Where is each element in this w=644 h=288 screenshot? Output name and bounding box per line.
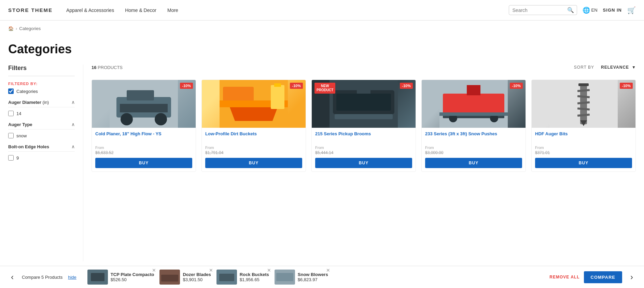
auger-diameter-title: Auger Diameter (in) [8,100,49,105]
sidebar: Filters FILTERED BY: Categories Auger Di… [8,65,83,261]
cart-icon[interactable]: 🛒 [627,6,636,14]
price-from-hdf-auger: From [535,146,550,150]
filters-title: Filters [8,65,75,76]
price-row-dirt-buckets: From $1,791.04 [205,146,302,155]
original-price-pickup-brooms: $5,444.14 [315,150,333,155]
page-title-section: Categories [0,37,644,65]
svg-rect-10 [271,85,284,109]
product-name-snow-pushes: 233 Series (3ft x 3ft) Snow Pushes [425,131,522,143]
discount-badge-snow-pushes: -10% [510,83,523,89]
product-card-hdf-auger[interactable]: -10% HDF Auger Bits [531,80,636,172]
discount-badge-hdf-auger: -10% [620,83,633,89]
original-price-dirt-buckets: $1,791.04 [205,150,223,155]
price-from-cold-planer: From [95,146,113,150]
bolt-9-checkbox[interactable] [8,155,14,161]
discount-badge-pickup-brooms: -10% [400,83,413,89]
auger-diameter-section: Auger Diameter (in) ∧ 14 [8,99,75,116]
count-number: 16 [92,65,96,70]
product-card-cold-planer[interactable]: -10% Cold Planer, 18" High Flow - YS [92,80,196,172]
price-from-snow-pushes: From [425,146,443,150]
buy-button-dirt-buckets[interactable]: BUY [205,158,302,168]
bolt-on-title: Bolt-on Edge Holes [8,144,49,149]
compare-remove-tcp[interactable]: ✕ [152,268,156,270]
bolt-on-header[interactable]: Bolt-on Edge Holes ∧ [8,144,75,152]
search-icon[interactable]: 🔍 [567,7,574,13]
compare-remove-rock[interactable]: ✕ [267,268,271,270]
sort-dropdown[interactable]: SORT BY RELEVANCE ▼ [574,65,636,70]
breadcrumb-current: Categories [19,26,41,31]
product-info-dirt-buckets: Low-Profile Dirt Buckets From $1,791.04 … [202,128,306,172]
categories-filter-label: Categories [16,89,38,94]
main-layout: Filters FILTERED BY: Categories Auger Di… [0,65,644,270]
buy-button-snow-pushes[interactable]: BUY [425,158,522,168]
sign-in-button[interactable]: SIGN IN [603,8,622,13]
price-row-hdf-auger: From $371.01 [535,146,632,155]
price-row-cold-planer: From $6,633.52 [95,146,192,155]
header-right: 🔍 🌐 EN SIGN IN 🛒 [509,5,636,15]
sort-by-label: SORT BY [574,65,594,70]
nav-more[interactable]: More [167,8,178,13]
original-price-cold-planer: $6,633.52 [95,150,113,155]
nav-home-decor[interactable]: Home & Decor [125,8,156,13]
auger-diameter-chevron: ∧ [71,99,75,105]
product-card-snow-pushes[interactable]: -10% 233 Series (3ft x 3ft) Snow Pushes [421,80,526,172]
bolt-9-label: 9 [16,155,19,161]
svg-rect-2 [127,90,154,100]
svg-rect-5 [120,104,168,112]
auger-snow-label: snow [16,133,27,138]
nav-apparel[interactable]: Apparel & Accessories [66,8,114,13]
product-card-pickup-brooms[interactable]: -10% NEWPRODUCT 215 Series Pickup Brooms [311,80,416,172]
price-from-pickup-brooms: From [315,146,333,150]
home-icon: 🏠 [8,26,14,31]
search-box: 🔍 [509,5,577,15]
product-info-cold-planer: Cold Planer, 18" High Flow - YS From $6,… [92,128,196,172]
page-title: Categories [8,42,636,56]
product-name-pickup-brooms: 215 Series Pickup Brooms [315,131,412,143]
auger-14-checkbox[interactable] [8,111,14,116]
auger-diameter-14: 14 [8,111,75,116]
svg-rect-14 [336,94,391,111]
buy-button-cold-planer[interactable]: BUY [95,158,192,168]
auger-diameter-header[interactable]: Auger Diameter (in) ∧ [8,99,75,107]
price-from-dirt-buckets: From [205,146,223,150]
svg-rect-15 [335,114,393,119]
products-header: 16 PRODUCTS SORT BY RELEVANCE ▼ [92,65,636,73]
product-info-snow-pushes: 233 Series (3ft x 3ft) Snow Pushes From … [422,128,526,172]
product-info-hdf-auger: HDF Auger Bits From $371.01 BUY [532,128,635,172]
search-input[interactable] [513,8,567,13]
auger-type-snow: snow [8,133,75,138]
filtered-by-section: FILTERED BY: Categories [8,82,75,94]
svg-rect-16 [357,85,370,94]
svg-rect-18 [443,94,504,114]
content: 16 PRODUCTS SORT BY RELEVANCE ▼ -10% [83,65,636,261]
auger-snow-checkbox[interactable] [8,133,14,138]
categories-checkbox[interactable] [8,88,14,94]
compare-remove-snow-blower[interactable]: ✕ [326,268,330,270]
language-button[interactable]: 🌐 EN [583,6,598,14]
auger-14-label: 14 [16,111,21,116]
product-name-cold-planer: Cold Planer, 18" High Flow - YS [95,131,192,143]
products-count: 16 PRODUCTS [92,65,123,70]
compare-bar: ‹ Compare 5 Products hide ✕ TCP Plate Co… [0,266,644,270]
count-label: PRODUCTS [98,65,123,70]
header: STORE THEME Apparel & Accessories Home &… [0,0,644,20]
svg-point-4 [155,113,167,125]
bolt-on-chevron: ∧ [71,144,75,149]
buy-button-pickup-brooms[interactable]: BUY [315,158,412,168]
buy-button-hdf-auger[interactable]: BUY [535,158,632,168]
logo: STORE THEME [8,7,53,13]
categories-filter-item: Categories [8,88,75,94]
svg-marker-8 [230,107,278,121]
svg-point-3 [121,113,133,125]
auger-type-header[interactable]: Auger Type ∧ [8,122,75,129]
product-card-dirt-buckets[interactable]: -10% Low-Profile Dirt Buckets [201,80,306,172]
breadcrumb: 🏠 › Categories [0,20,644,37]
compare-remove-dozer[interactable]: ✕ [209,268,213,270]
main-nav: Apparel & Accessories Home & Decor More [66,8,508,13]
bolt-on-section: Bolt-on Edge Holes ∧ 9 [8,144,75,161]
discount-badge-cold-planer: -10% [180,83,193,89]
svg-rect-23 [439,112,508,116]
breadcrumb-home[interactable]: 🏠 [8,26,14,31]
new-product-badge: NEWPRODUCT [314,83,335,94]
filtered-by-label: FILTERED BY: [8,82,75,86]
